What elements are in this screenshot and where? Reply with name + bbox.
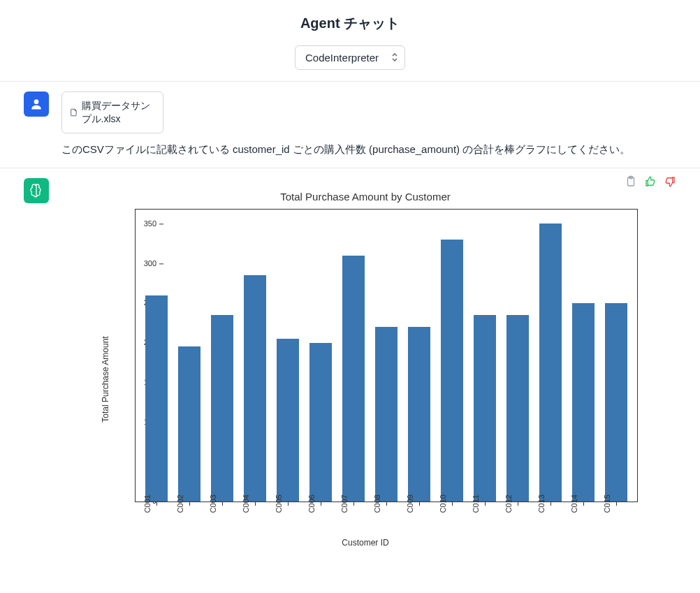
chart-xtick-mark xyxy=(189,502,190,506)
thumbs-up-button[interactable] xyxy=(644,175,657,188)
chart-output: Total Purchase Amount by Customer Total … xyxy=(61,178,676,566)
user-message-text: このCSVファイルに記載されている customer_id ごとの購入件数 (p… xyxy=(61,140,676,159)
chart-bar xyxy=(277,339,299,502)
chart-bar-slot: C006 xyxy=(304,210,337,502)
chart-bar-slot: C004 xyxy=(238,210,271,502)
svg-point-0 xyxy=(34,99,39,104)
chart-bar xyxy=(539,224,562,501)
thumbs-down-icon xyxy=(664,175,676,188)
header: Agent チャット CodeInterpreter xyxy=(0,0,700,81)
chart-bar-slot: C010 xyxy=(436,210,469,502)
chart-xlabel: Customer ID xyxy=(93,536,638,550)
chart-xtick-label: C004 xyxy=(239,495,252,513)
copy-button[interactable] xyxy=(625,175,637,188)
chart-bar-slot: C011 xyxy=(469,210,502,502)
chart-xtick-label: C009 xyxy=(404,495,417,513)
chart-bar xyxy=(342,256,365,502)
page-title: Agent チャット xyxy=(0,14,700,33)
chart-bar-slot: C001 xyxy=(140,210,173,502)
chart-bar xyxy=(474,315,496,502)
agent-select[interactable]: CodeInterpreter xyxy=(295,45,405,70)
chart-bar xyxy=(145,295,168,502)
file-name: 購買データサンプル.xlsx xyxy=(82,99,155,126)
chart-xtick-mark xyxy=(288,502,289,506)
chart-xtick-mark xyxy=(222,502,223,506)
chart-xtick-label: C015 xyxy=(601,495,614,513)
chart-xtick-label: C007 xyxy=(337,495,351,513)
chart-bar xyxy=(309,343,332,502)
chart-bar-slot: C013 xyxy=(534,210,567,502)
chart-bar-slot: C015 xyxy=(600,210,633,502)
message-actions xyxy=(625,175,676,188)
chart-xtick-label: C002 xyxy=(173,495,187,513)
thumbs-down-button[interactable] xyxy=(664,175,676,188)
chart-bar xyxy=(375,327,398,502)
user-message-row: 購買データサンプル.xlsx このCSVファイルに記載されている custome… xyxy=(0,81,700,168)
chart-bar-slot: C003 xyxy=(205,210,238,502)
chart-bar-slot: C005 xyxy=(271,210,304,502)
chart-bar xyxy=(408,327,430,502)
chart-bar xyxy=(441,240,463,502)
file-attachment[interactable]: 購買データサンプル.xlsx xyxy=(61,91,163,133)
agent-avatar xyxy=(24,178,49,203)
chart-bar-slot: C002 xyxy=(173,210,205,502)
chart-bar xyxy=(211,315,233,502)
agent-message-content: Total Purchase Amount by Customer Total … xyxy=(61,178,676,566)
chart-xtick-mark xyxy=(485,502,486,506)
chart-bar xyxy=(244,275,266,502)
chart-xtick-label: C008 xyxy=(370,495,384,513)
chart-xtick-mark xyxy=(550,502,551,506)
user-icon xyxy=(29,97,43,111)
chart-xtick-mark xyxy=(518,502,518,506)
clipboard-icon xyxy=(625,175,637,188)
chart-xtick-mark xyxy=(156,502,157,506)
brain-icon xyxy=(28,182,45,199)
chart-xtick-label: C010 xyxy=(437,495,450,513)
file-icon xyxy=(71,107,78,118)
chart-bar-slot: C014 xyxy=(567,210,600,502)
chart-bar xyxy=(506,315,529,502)
chart-ylabel: Total Purchase Amount xyxy=(99,336,112,422)
chart-xtick-label: C005 xyxy=(272,495,285,513)
chart-title: Total Purchase Amount by Customer xyxy=(68,184,662,209)
chart-xtick-mark xyxy=(255,502,256,506)
thumbs-up-icon xyxy=(644,175,657,188)
chart-xtick-mark xyxy=(583,502,584,506)
chart-axes: 050100150200250300350 C001C002C003C004C0… xyxy=(135,209,638,502)
chart-frame: Total Purchase Amount 050100150200250300… xyxy=(93,209,638,550)
chart-xtick-label: C012 xyxy=(502,495,516,513)
chart-xtick-label: C003 xyxy=(206,495,219,513)
chart-xtick-mark xyxy=(353,502,354,506)
chart-bar xyxy=(572,303,595,502)
agent-message-row: Total Purchase Amount by Customer Total … xyxy=(0,168,700,583)
chart-bar xyxy=(178,346,200,501)
agent-select-wrap: CodeInterpreter xyxy=(295,45,405,70)
chart-xtick-label: C011 xyxy=(469,495,483,513)
chart-bar-slot: C012 xyxy=(502,210,534,502)
user-message-content: 購買データサンプル.xlsx このCSVファイルに記載されている custome… xyxy=(61,91,676,158)
chart-bar-slot: C009 xyxy=(403,210,436,502)
chart-xtick-label: C013 xyxy=(535,495,548,513)
chart-bars: C001C002C003C004C005C006C007C008C009C010… xyxy=(136,210,637,502)
chart-bar-slot: C008 xyxy=(370,210,402,502)
user-avatar xyxy=(24,91,49,117)
chart-bar-slot: C007 xyxy=(337,210,370,502)
chart-xtick-mark xyxy=(616,502,617,506)
chart-xtick-label: C006 xyxy=(305,495,318,513)
chart-xtick-mark xyxy=(419,502,420,506)
chart-xtick-mark xyxy=(321,502,321,506)
chart-xtick-mark xyxy=(452,502,453,506)
chart-xtick-mark xyxy=(386,502,387,506)
chart-xtick-label: C014 xyxy=(568,495,581,513)
chart-xtick-label: C001 xyxy=(140,495,154,513)
chart-bar xyxy=(605,303,627,502)
